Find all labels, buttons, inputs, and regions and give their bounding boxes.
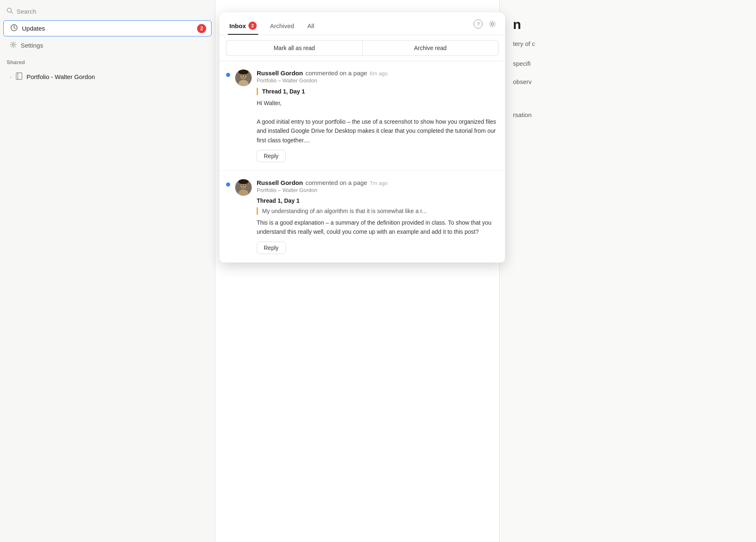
right-text-2: specifi — [513, 59, 743, 69]
popup-header-actions: ? — [474, 19, 497, 34]
notification-item-2: Russell Gordon commented on a page 7m ag… — [219, 171, 505, 263]
updates-label: Updates — [22, 25, 45, 32]
notif-body-1: Hi Walter, A good initial entry to your … — [257, 98, 497, 145]
avatar-2 — [235, 179, 252, 196]
notif-time-1: 6m ago — [370, 70, 388, 77]
svg-point-20 — [244, 185, 246, 186]
notif-header-1: Russell Gordon commented on a page 6m ag… — [257, 70, 497, 77]
shared-section-label: Shared — [0, 53, 215, 69]
notif-quote-2: My understanding of an algorithm is that… — [257, 207, 497, 215]
sidebar-item-settings[interactable]: Settings — [0, 38, 215, 53]
svg-point-19 — [242, 185, 243, 186]
tab-all-label: All — [307, 22, 314, 29]
notif-thread-label-2: Thread 1, Day 1 — [257, 197, 497, 204]
notif-time-2: 7m ago — [370, 180, 388, 186]
chevron-right-icon: › — [10, 74, 12, 80]
avatar-1 — [235, 70, 252, 86]
search-bar[interactable]: Search — [0, 4, 215, 20]
svg-line-1 — [11, 12, 13, 14]
svg-line-4 — [14, 28, 15, 29]
search-label: Search — [17, 8, 36, 15]
svg-point-13 — [242, 75, 243, 77]
popup-header: Inbox 2 Archived All ? — [219, 12, 505, 35]
right-panel: n tery of c specifi observ rsation — [499, 0, 756, 542]
tab-archived-label: Archived — [270, 22, 294, 29]
notif-action-2: commented on a page — [306, 179, 367, 186]
inbox-badge: 2 — [248, 22, 257, 30]
notif-content-1: Russell Gordon commented on a page 6m ag… — [257, 70, 497, 162]
tab-inbox-label: Inbox — [229, 22, 246, 29]
notif-page-2: Portfolio – Walter Gordon — [257, 187, 497, 193]
notif-quote-italic-2: My understanding of an algorithm is that… — [262, 208, 427, 214]
svg-point-8 — [491, 23, 494, 25]
svg-rect-21 — [238, 179, 248, 184]
notification-popup: Inbox 2 Archived All ? Mark — [219, 12, 505, 263]
svg-point-5 — [12, 44, 14, 46]
svg-rect-6 — [16, 73, 22, 79]
settings-label: Settings — [21, 42, 43, 49]
right-text-4: rsation — [513, 110, 743, 120]
sidebar-item-updates[interactable]: Updates 2 — [3, 20, 212, 36]
book-icon — [15, 72, 23, 82]
popup-toolbar: Mark all as read Archive read — [219, 35, 505, 61]
settings-icon-btn[interactable] — [488, 19, 497, 29]
notification-item-1: Russell Gordon commented on a page 6m ag… — [219, 61, 505, 171]
notif-header-2: Russell Gordon commented on a page 7m ag… — [257, 179, 497, 186]
sidebar: Search Updates 2 Settings Shared › — [0, 0, 215, 542]
notif-content-2: Russell Gordon commented on a page 7m ag… — [257, 179, 497, 254]
notif-author-2: Russell Gordon — [257, 179, 303, 186]
tab-archived[interactable]: Archived — [268, 19, 296, 34]
svg-rect-15 — [238, 70, 248, 74]
tab-all[interactable]: All — [306, 19, 316, 34]
tab-inbox[interactable]: Inbox 2 — [228, 18, 258, 35]
mark-all-read-button[interactable]: Mark all as read — [226, 40, 362, 56]
portfolio-label: Portfolio - Walter Gordon — [26, 73, 95, 80]
notif-quote-text-1: Thread 1, Day 1 — [262, 88, 305, 95]
unread-indicator-2 — [226, 182, 230, 187]
reply-button-2[interactable]: Reply — [257, 242, 286, 254]
reply-button-1[interactable]: Reply — [257, 150, 286, 162]
notif-page-1: Portfolio – Walter Gordon — [257, 77, 497, 84]
archive-read-button[interactable]: Archive read — [362, 40, 499, 56]
updates-icon — [10, 24, 18, 33]
notif-quote-1: Thread 1, Day 1 — [257, 88, 497, 95]
help-icon[interactable]: ? — [474, 19, 483, 29]
right-title-partial: n — [513, 17, 743, 32]
notif-body-2: This is a good explanation – a summary o… — [257, 218, 497, 237]
svg-point-14 — [244, 75, 246, 77]
main-panel: Inbox 2 Archived All ? Mark — [215, 0, 499, 542]
unread-indicator-1 — [226, 73, 230, 77]
right-text-3: observ — [513, 77, 743, 87]
notif-action-1: commented on a page — [306, 70, 367, 77]
settings-icon — [10, 41, 17, 49]
notif-author-1: Russell Gordon — [257, 70, 303, 77]
right-text-1: tery of c — [513, 39, 743, 49]
notification-list: Russell Gordon commented on a page 6m ag… — [219, 61, 505, 263]
search-icon — [7, 7, 13, 15]
sidebar-item-portfolio[interactable]: › Portfolio - Walter Gordon — [3, 69, 212, 85]
updates-badge: 2 — [197, 24, 206, 33]
